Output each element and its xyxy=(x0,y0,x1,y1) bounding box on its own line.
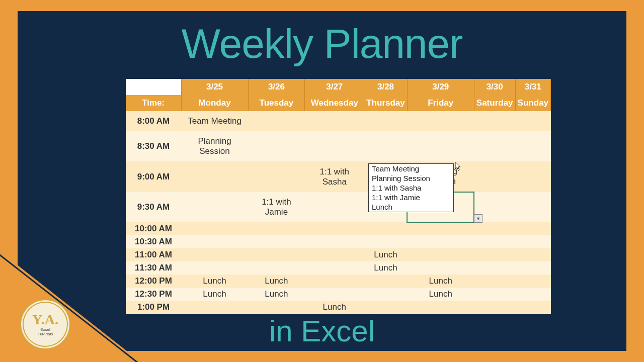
planner-cell[interactable] xyxy=(364,235,408,248)
date-col-0[interactable]: 3/25 xyxy=(181,79,248,95)
date-col-1[interactable]: 3/26 xyxy=(248,79,305,95)
planner-cell[interactable] xyxy=(407,222,474,235)
planner-cell[interactable] xyxy=(248,131,305,161)
day-col-2[interactable]: Wednesday xyxy=(305,95,364,111)
planner-cell[interactable]: Lunch xyxy=(364,261,408,275)
planner-cell[interactable] xyxy=(474,275,515,288)
planner-cell[interactable] xyxy=(364,275,408,288)
day-col-4[interactable]: Friday xyxy=(407,95,474,111)
planner-cell[interactable] xyxy=(515,111,550,131)
planner-cell[interactable] xyxy=(181,222,248,235)
planner-cell[interactable] xyxy=(305,131,364,161)
planner-cell[interactable] xyxy=(248,111,305,131)
planner-cell[interactable] xyxy=(474,222,515,235)
planner-cell[interactable] xyxy=(364,222,408,235)
planner-cell[interactable] xyxy=(474,131,515,161)
planner-cell[interactable] xyxy=(515,131,550,161)
planner-cell[interactable] xyxy=(305,235,364,248)
dropdown-item[interactable]: 1:1 with Jamie xyxy=(369,193,453,202)
time-cell[interactable]: 10:00 AM xyxy=(126,222,181,235)
planner-cell[interactable]: Planning Session xyxy=(181,131,248,161)
time-cell[interactable]: 9:30 AM xyxy=(126,192,181,222)
planner-cell[interactable] xyxy=(305,248,364,261)
planner-cell[interactable] xyxy=(364,288,408,301)
planner-cell[interactable] xyxy=(474,301,515,314)
planner-cell[interactable] xyxy=(364,301,408,314)
planner-cell[interactable] xyxy=(181,192,248,222)
day-col-0[interactable]: Monday xyxy=(181,95,248,111)
planner-cell[interactable] xyxy=(515,161,550,192)
planner-cell[interactable] xyxy=(515,288,550,301)
spreadsheet[interactable]: 3/25 3/26 3/27 3/28 3/29 3/30 3/31 Time:… xyxy=(126,79,551,314)
date-col-6[interactable]: 3/31 xyxy=(515,79,550,95)
time-cell[interactable]: 9:00 AM xyxy=(126,161,181,192)
planner-cell[interactable] xyxy=(181,261,248,275)
date-col-2[interactable]: 3/27 xyxy=(305,79,364,95)
planner-cell[interactable]: Lunch xyxy=(407,288,474,301)
planner-cell[interactable]: 1:1 with Jamie xyxy=(248,192,305,222)
dropdown-item[interactable]: Planning Session xyxy=(369,173,453,183)
planner-cell[interactable] xyxy=(248,301,305,314)
planner-cell[interactable] xyxy=(474,261,515,275)
dropdown-button[interactable]: ▼ xyxy=(474,214,482,223)
planner-cell[interactable] xyxy=(305,261,364,275)
planner-cell[interactable] xyxy=(305,111,364,131)
planner-cell[interactable]: Team Meeting xyxy=(181,111,248,131)
dropdown-list[interactable]: Team Meeting Planning Session 1:1 with S… xyxy=(368,163,454,212)
planner-cell[interactable] xyxy=(474,111,515,131)
planner-cell[interactable] xyxy=(248,235,305,248)
planner-cell[interactable]: Lunch xyxy=(248,275,305,288)
day-col-3[interactable]: Thursday xyxy=(364,95,408,111)
planner-cell[interactable] xyxy=(474,235,515,248)
planner-cell[interactable] xyxy=(181,248,248,261)
planner-cell[interactable] xyxy=(515,275,550,288)
planner-cell[interactable] xyxy=(248,222,305,235)
time-cell[interactable]: 8:00 AM xyxy=(126,111,181,131)
planner-cell[interactable] xyxy=(515,301,550,314)
dropdown-item[interactable]: Lunch xyxy=(369,202,453,212)
planner-cell[interactable] xyxy=(305,192,364,222)
planner-table[interactable]: 3/25 3/26 3/27 3/28 3/29 3/30 3/31 Time:… xyxy=(126,79,551,314)
planner-cell[interactable] xyxy=(474,288,515,301)
planner-cell[interactable] xyxy=(407,261,474,275)
dropdown-item[interactable]: Team Meeting xyxy=(369,164,453,173)
day-col-1[interactable]: Tuesday xyxy=(248,95,305,111)
planner-cell[interactable] xyxy=(407,235,474,248)
dropdown-item[interactable]: 1:1 with Sasha xyxy=(369,183,453,193)
planner-cell[interactable] xyxy=(407,248,474,261)
planner-cell[interactable] xyxy=(515,235,550,248)
planner-cell[interactable] xyxy=(515,222,550,235)
planner-cell[interactable]: Lunch xyxy=(305,301,364,314)
planner-cell[interactable] xyxy=(248,261,305,275)
planner-cell[interactable]: Lunch xyxy=(181,288,248,301)
planner-cell[interactable] xyxy=(181,235,248,248)
date-col-4[interactable]: 3/29 xyxy=(407,79,474,95)
planner-cell[interactable] xyxy=(181,301,248,314)
planner-cell[interactable] xyxy=(407,111,474,131)
planner-cell[interactable] xyxy=(305,275,364,288)
planner-cell[interactable]: Lunch xyxy=(407,275,474,288)
planner-cell[interactable]: Lunch xyxy=(181,275,248,288)
planner-cell[interactable] xyxy=(515,248,550,261)
planner-cell[interactable] xyxy=(474,161,515,192)
planner-cell[interactable]: 1:1 with Sasha xyxy=(305,161,364,192)
time-cell[interactable]: 8:30 AM xyxy=(126,131,181,161)
planner-cell[interactable] xyxy=(515,261,550,275)
planner-cell[interactable] xyxy=(305,222,364,235)
planner-cell[interactable] xyxy=(474,248,515,261)
planner-cell[interactable] xyxy=(407,131,474,161)
planner-cell[interactable] xyxy=(248,248,305,261)
planner-cell[interactable] xyxy=(305,288,364,301)
planner-cell[interactable] xyxy=(515,192,550,222)
planner-cell[interactable]: Lunch xyxy=(248,288,305,301)
planner-cell[interactable]: Lunch xyxy=(364,248,408,261)
planner-cell[interactable] xyxy=(248,161,305,192)
planner-cell[interactable] xyxy=(364,131,408,161)
date-col-5[interactable]: 3/30 xyxy=(474,79,515,95)
planner-cell[interactable] xyxy=(407,301,474,314)
planner-cell[interactable] xyxy=(364,111,408,131)
day-col-5[interactable]: Saturday xyxy=(474,95,515,111)
planner-cell[interactable] xyxy=(181,161,248,192)
day-col-6[interactable]: Sunday xyxy=(515,95,550,111)
date-col-3[interactable]: 3/28 xyxy=(364,79,408,95)
